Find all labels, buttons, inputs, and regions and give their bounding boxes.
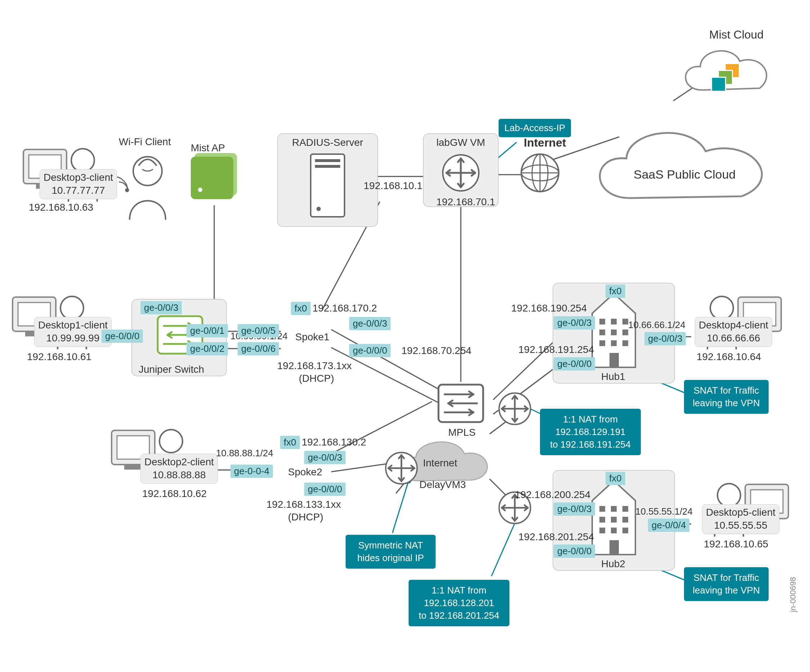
sp1-fx0-ip: 192.168.170.2 [312, 302, 377, 314]
svg-rect-62 [611, 329, 617, 335]
delay-router-icon [383, 450, 419, 488]
hub1-label: Hub1 [601, 371, 625, 382]
sp2-ge003: ge-0/0/3 [304, 451, 346, 464]
mist-ap-icon [191, 157, 233, 199]
svg-rect-63 [623, 329, 628, 335]
hub1-ge003-top: ge-0/0/3 [554, 316, 595, 329]
spoke1-label: Spoke1 [295, 331, 329, 343]
svg-rect-71 [623, 506, 628, 512]
desktop2-ip-outer: 192.168.10.62 [142, 488, 207, 500]
snat1-callout: SNAT for Trafficleaving the VPN [684, 380, 769, 414]
hub2-mid-ip: 192.168.201.254 [518, 531, 594, 543]
internet-globe-icon [518, 151, 562, 196]
sp2-net: 10.88.88.1/24 [216, 447, 273, 459]
svg-point-39 [717, 484, 741, 507]
saas-cloud-label: SaaS Public Cloud [634, 167, 736, 182]
svg-point-23 [71, 149, 94, 172]
wifi-client-label: Wi-Fi Client [119, 136, 171, 148]
lab-access-ip-callout: Lab-Access-IP [499, 119, 571, 137]
svg-point-35 [710, 296, 733, 319]
labgw-label: labGW VM [434, 137, 488, 149]
hub2-top-ip: 192.168.200.254 [515, 489, 591, 501]
sp2-ge000: ge-0/0/0 [304, 483, 346, 496]
nat191-l1: 1:1 NAT from [563, 414, 618, 425]
mpls-top-ip: 192.168.70.254 [402, 345, 472, 356]
radius-label: RADIUS-Server [288, 137, 367, 149]
desktop1-ip-inner: 10.99.99.99 [46, 333, 100, 344]
hub1-ge003-r: ge-0/0/3 [645, 332, 686, 345]
desktop2-box: Desktop2-client 10.88.88.88 [140, 454, 218, 484]
svg-rect-66 [623, 340, 628, 346]
svg-rect-69 [599, 506, 605, 512]
svg-rect-72 [599, 517, 605, 523]
nat201-l2: 192.168.128.201 [424, 598, 494, 608]
svg-rect-59 [611, 319, 617, 324]
desktop4-ip-inner: 10.66.66.66 [707, 333, 760, 344]
svg-rect-77 [623, 528, 628, 534]
desktop4-box: Desktop4-client 10.66.66.66 [695, 317, 772, 347]
nat-router1-icon [497, 391, 533, 428]
server-icon [308, 151, 348, 221]
sym-nat-l1: Symmetric NAT [358, 540, 423, 550]
hub1-mid-ip: 192.168.191.254 [518, 344, 594, 355]
sp2-dhcp: 192.168.133.1xx [267, 499, 341, 510]
nat191-l3: to 192.168.191.254 [550, 439, 631, 450]
delayvm3-label: DelayVM3 [419, 479, 466, 490]
nat201-l1: 1:1 NAT from [432, 585, 486, 596]
desktop3-name: Desktop3-client [44, 172, 113, 183]
internet-label: Internet [524, 136, 566, 149]
radius-link-ip: 192.168.10.1 [364, 180, 423, 192]
labgw-ip-bottom: 192.168.70.1 [436, 196, 495, 208]
svg-rect-14 [310, 154, 344, 217]
sp1-fx0: fx0 [291, 302, 310, 315]
desktop3-ip-outer: 192.168.10.63 [29, 202, 93, 213]
sp1-ge003: ge-0/0/3 [349, 317, 391, 330]
port-ge003: ge-0/0/3 [140, 301, 182, 314]
svg-rect-30 [124, 465, 142, 469]
svg-rect-15 [315, 159, 340, 162]
network-diagram: Mist Cloud SaaS Public Cloud Internet la… [0, 0, 810, 672]
svg-rect-61 [599, 329, 605, 335]
port-ge000-d1: ge-0/0/0 [101, 329, 143, 343]
svg-rect-67 [609, 353, 619, 367]
sp1-dhcp: 192.168.173.1xx [277, 360, 352, 371]
desktop4-ip-outer: 192.168.10.64 [697, 351, 761, 363]
svg-point-19 [126, 189, 128, 192]
desktop1-ip-outer: 192.168.10.61 [27, 351, 91, 363]
internet-cloud-label: Internet [423, 458, 457, 469]
sp2-fx0-ip: 192.168.130.2 [302, 436, 366, 448]
desktop5-box: Desktop5-client 10.55.55.55 [702, 504, 780, 534]
sym-nat-l2: hides original IP [358, 552, 424, 563]
svg-rect-76 [611, 528, 617, 534]
nat191-l2: 192.168.129.191 [555, 426, 625, 437]
desktop5-name: Desktop5-client [706, 507, 775, 518]
hub1-ge000: ge-0/0/0 [554, 357, 595, 371]
desktop5-ip-inner: 10.55.55.55 [714, 520, 768, 531]
nat201-callout: 1:1 NAT from 192.168.128.201 to 192.168.… [408, 580, 510, 626]
nat201-l3: to 192.168.201.254 [418, 610, 500, 621]
svg-rect-58 [599, 319, 605, 324]
hub2-ge004: ge-0/0/4 [648, 518, 689, 532]
svg-rect-74 [623, 517, 628, 523]
hub1-gw: 10.66.66.1/24 [628, 319, 685, 331]
sp1-ge000: ge-0/0/0 [349, 344, 391, 357]
port-ge002: ge-0/0/2 [186, 342, 228, 355]
desktop3-ip-inner: 10.77.77.77 [52, 185, 105, 196]
svg-rect-78 [609, 540, 619, 555]
hub1-fx0: fx0 [606, 285, 625, 298]
svg-rect-70 [611, 506, 617, 512]
sp1-ge005: ge-0/0/5 [238, 324, 279, 338]
sp2-ge004: ge-0-0-4 [230, 464, 273, 478]
sym-nat-callout: Symmetric NAT hides original IP [346, 535, 435, 569]
sp2-dhcp2: (DHCP) [288, 512, 323, 523]
hub2-ge003: ge-0/0/3 [554, 502, 595, 516]
desktop2-ip-inner: 10.88.88.88 [153, 469, 206, 480]
sp2-fx0: fx0 [280, 436, 300, 449]
router-icon-labgw [441, 153, 481, 194]
port-ge001: ge-0/0/1 [186, 324, 228, 338]
svg-point-31 [159, 430, 182, 453]
svg-rect-60 [623, 319, 628, 324]
hub2-label: Hub2 [601, 558, 625, 570]
svg-rect-64 [599, 340, 605, 346]
hub1-top-ip: 192.168.190.254 [511, 302, 587, 314]
